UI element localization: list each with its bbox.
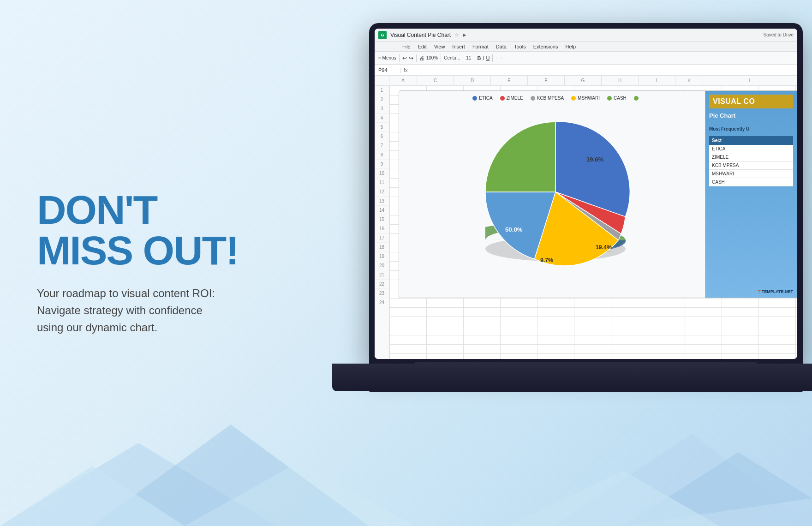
- pie-chart-area: 19.6% 50.0% 19.4% 9.7%: [468, 104, 643, 280]
- legend-extra: [634, 96, 639, 101]
- row-16: 16: [375, 224, 389, 233]
- table-row-etica: ETICA: [709, 145, 793, 153]
- row-11: 11: [375, 178, 389, 187]
- chart-legend: ETICA ZIMELE KCB MPESA: [472, 96, 639, 101]
- legend-mshwari: MSHWARI: [571, 96, 600, 101]
- spreadsheet-menubar: File Edit View Insert Format Data Tools …: [375, 42, 797, 52]
- menu-extensions[interactable]: Extensions: [533, 44, 558, 49]
- template-t-icon: T: [758, 289, 761, 294]
- legend-zimele: ZIMELE: [500, 96, 523, 101]
- headline-line1: DON'T: [37, 190, 258, 230]
- menu-insert[interactable]: Insert: [452, 44, 465, 49]
- cell-reference[interactable]: P94: [378, 67, 397, 73]
- spreadsheet-main: 1 2 3 4 5 6 7 8 9 10 11 12 13 14: [375, 76, 797, 359]
- col-i: I: [639, 76, 675, 85]
- drive-icon: ▶: [463, 32, 466, 37]
- row-14: 14: [375, 206, 389, 215]
- col-d: D: [454, 76, 491, 85]
- sheets-logo: G: [378, 31, 387, 39]
- pie-chart-label: Pie Chart: [709, 111, 793, 120]
- row-3: 3: [375, 104, 389, 114]
- row-10: 10: [375, 169, 389, 178]
- star-icon: ☆: [454, 32, 459, 38]
- menu-view[interactable]: View: [434, 44, 445, 49]
- formula-fx: fx: [404, 67, 408, 73]
- right-panel: VISUAL CO Pie Chart Most Frequently U Se…: [705, 90, 797, 298]
- laptop-base: [332, 364, 812, 391]
- toolbar-undo[interactable]: ↩: [402, 55, 407, 61]
- pie-segment-green: [485, 122, 555, 192]
- col-h: H: [602, 76, 639, 85]
- row-15: 15: [375, 215, 389, 224]
- legend-label-mshwari: MSHWARI: [578, 96, 600, 101]
- template-logo: T TEMPLATE.NET: [709, 289, 793, 294]
- row-numbers: 1 2 3 4 5 6 7 8 9 10 11 12 13 14: [375, 76, 389, 359]
- table-cell-mshwari: MSHWARI: [709, 170, 793, 178]
- left-content-area: DON'T MISS OUT! Your roadmap to visual c…: [37, 190, 258, 336]
- legend-dot-etica: [472, 96, 477, 101]
- template-name: TEMPLATE.NET: [762, 289, 793, 294]
- visual-co-title: VISUAL CO: [709, 95, 793, 108]
- chart-container: ETICA ZIMELE KCB MPESA: [399, 90, 712, 298]
- table-row-cash: CASH: [709, 178, 793, 186]
- saved-status: Saved to Drive: [763, 32, 794, 37]
- legend-label-etica: ETICA: [479, 96, 492, 101]
- table-cell-zimele: ZIMELE: [709, 153, 793, 161]
- row-12: 12: [375, 187, 389, 197]
- spreadsheet-topbar: G Visual Content Pie Chart ☆ ▶ Saved to …: [375, 29, 797, 42]
- spreadsheet: G Visual Content Pie Chart ☆ ▶ Saved to …: [375, 29, 797, 359]
- row-19: 19: [375, 252, 389, 261]
- menu-tools[interactable]: Tools: [514, 44, 526, 49]
- legend-dot-extra: [634, 96, 639, 101]
- menu-data[interactable]: Data: [496, 44, 507, 49]
- legend-dot-kcb: [531, 96, 535, 101]
- laptop: G Visual Content Pie Chart ☆ ▶ Saved to …: [332, 23, 812, 438]
- col-c: C: [417, 76, 454, 85]
- row-17: 17: [375, 233, 389, 243]
- toolbar-print[interactable]: 🖨: [419, 55, 424, 61]
- col-g: G: [565, 76, 602, 85]
- headline: DON'T MISS OUT!: [37, 190, 258, 271]
- row-13: 13: [375, 197, 389, 206]
- table-row-kcb: KCB MPESA: [709, 161, 793, 170]
- row-9: 9: [375, 160, 389, 169]
- row-2: 2: [375, 95, 389, 104]
- headline-line2: MISS OUT!: [37, 230, 258, 271]
- toolbar-zoom: 100%: [426, 55, 438, 60]
- toolbar-currency: Centu...: [444, 55, 460, 60]
- row-23: 23: [375, 289, 389, 298]
- legend-dot-mshwari: [571, 96, 576, 101]
- row-8: 8: [375, 150, 389, 160]
- spreadsheet-toolbar: ≡ Menus ↩ ↪ 🖨 100% Centu... 11 B I U: [375, 52, 797, 65]
- label-mshwari-pct: 19.4%: [596, 244, 612, 251]
- screen-inner: G Visual Content Pie Chart ☆ ▶ Saved to …: [375, 29, 797, 359]
- laptop-screen: G Visual Content Pie Chart ☆ ▶ Saved to …: [369, 23, 803, 365]
- menu-help[interactable]: Help: [565, 44, 576, 49]
- menu-file[interactable]: File: [402, 44, 411, 49]
- toolbar-menus: ≡ Menus: [378, 55, 396, 60]
- row-22: 22: [375, 280, 389, 289]
- toolbar-more: · · ·: [496, 55, 502, 60]
- legend-label-kcb: KCB MPESA: [537, 96, 564, 101]
- toolbar-underline[interactable]: U: [486, 55, 490, 61]
- menu-edit[interactable]: Edit: [418, 44, 427, 49]
- toolbar-italic[interactable]: I: [483, 55, 484, 61]
- menu-format[interactable]: Format: [472, 44, 489, 49]
- row-21: 21: [375, 270, 389, 280]
- row-4: 4: [375, 114, 389, 123]
- subtext: Your roadmap to visual content ROI: Navi…: [37, 285, 231, 336]
- label-green-pct: 50.0%: [505, 226, 523, 233]
- legend-dot-zimele: [500, 96, 505, 101]
- legend-etica: ETICA: [472, 96, 492, 101]
- legend-dot-cash: [607, 96, 612, 101]
- legend-label-zimele: ZIMELE: [507, 96, 523, 101]
- toolbar-bold[interactable]: B: [477, 55, 481, 61]
- col-l: L: [703, 76, 797, 85]
- legend-label-cash: CASH: [614, 96, 627, 101]
- spreadsheet-title: Visual Content Pie Chart: [390, 32, 451, 38]
- toolbar-redo[interactable]: ↪: [409, 55, 413, 61]
- row-1: 1: [375, 86, 389, 95]
- sheet-content: A C D E F G H I K L: [389, 76, 797, 359]
- formula-separator: |: [400, 67, 401, 73]
- table-cell-etica: ETICA: [709, 145, 793, 153]
